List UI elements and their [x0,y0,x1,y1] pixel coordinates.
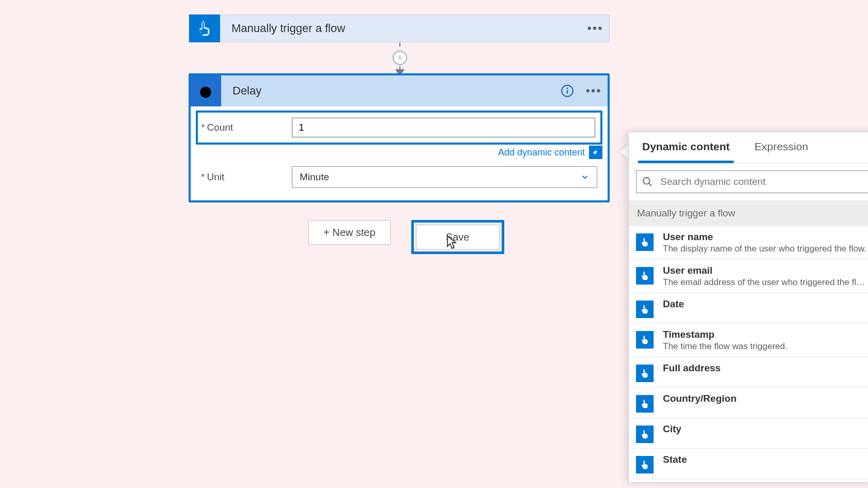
svg-line-8 [649,183,652,186]
dynamic-item-title: Date [663,298,868,310]
delay-card: Delay ••• *Count Add dynamic content [189,73,610,202]
chevron-down-icon [580,172,590,182]
stopwatch-icon [197,83,214,99]
dynamic-search[interactable] [636,170,868,193]
dynamic-content-panel: Dynamic content Expression Manually trig… [628,132,868,483]
delay-more-menu[interactable]: ••• [580,77,608,105]
dynamic-item-title: State [663,454,868,465]
svg-point-6 [566,88,568,89]
touch-icon [636,233,654,251]
count-input[interactable] [292,118,595,137]
delay-icon [190,75,221,106]
info-icon [561,84,574,98]
tab-dynamic-content[interactable]: Dynamic content [636,132,736,163]
dynamic-search-input[interactable] [660,176,863,187]
new-step-button[interactable]: + New step [308,220,391,245]
dynamic-item-desc: The email address of the user who trigge… [663,277,868,288]
unit-label: *Unit [201,171,292,183]
touch-icon [636,331,654,349]
trigger-card[interactable]: Manually trigger a flow ••• [189,14,610,42]
dynamic-content-item[interactable]: State [629,449,868,479]
unit-select[interactable]: Minute [292,166,597,188]
trigger-more-menu[interactable]: ••• [581,14,609,42]
search-icon [642,176,653,187]
touch-icon [636,267,654,285]
touch-icon [636,426,654,443]
delay-title: Delay [221,84,557,98]
unit-field-row: *Unit Minute [196,162,602,192]
add-step-between-button[interactable]: + [393,51,407,65]
dynamic-item-title: Full address [663,363,868,374]
count-label: *Count [201,122,292,133]
touch-icon [636,365,654,382]
touch-icon [196,20,213,37]
touch-icon [636,301,654,318]
dynamic-content-item[interactable]: Date [629,293,868,324]
svg-point-7 [643,178,650,184]
connector: + [393,42,407,76]
dynamic-content-item[interactable]: User emailThe email address of the user … [629,260,868,293]
dynamic-content-item[interactable]: TimestampThe time the flow was triggered… [629,324,868,357]
dynamic-item-title: User email [663,265,868,276]
delay-info-button[interactable] [557,81,578,101]
dynamic-content-item[interactable]: City [629,418,868,449]
touch-icon [636,456,654,474]
dynamic-item-title: City [663,423,868,435]
delay-card-header[interactable]: Delay ••• [191,75,608,106]
dynamic-item-title: User name [663,231,868,243]
save-button-highlight: Save [411,220,504,254]
dynamic-content-item[interactable]: Country/Region [629,388,868,418]
touch-icon [636,395,654,413]
tab-expression[interactable]: Expression [748,132,814,163]
add-dynamic-content-link[interactable]: Add dynamic content [498,146,602,159]
svg-point-0 [200,87,211,98]
add-dynamic-content-icon [589,146,602,159]
dynamic-item-title: Country/Region [663,393,868,404]
trigger-title: Manually trigger a flow [220,22,581,35]
dynamic-group-header: Manually trigger a flow [629,200,868,226]
dynamic-item-desc: The time the flow was triggered. [663,341,868,352]
trigger-icon [189,14,220,42]
count-field-row: *Count [196,111,602,145]
save-button[interactable]: Save [416,225,500,249]
dynamic-item-title: Timestamp [663,329,868,340]
dynamic-content-item[interactable]: User nameThe display name of the user wh… [629,226,868,260]
dynamic-content-item[interactable]: Full address [629,357,868,388]
dynamic-item-desc: The display name of the user who trigger… [663,244,868,254]
